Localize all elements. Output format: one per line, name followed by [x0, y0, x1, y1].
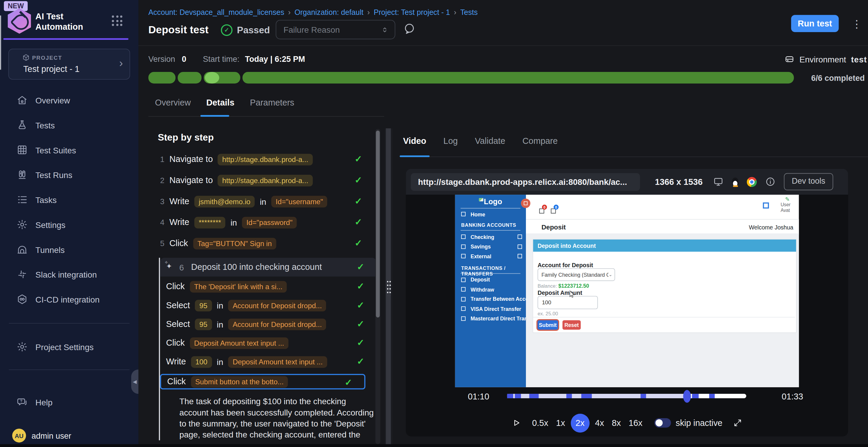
amount-input[interactable]: 100: [537, 296, 598, 309]
video-tab-compare[interactable]: Compare: [522, 136, 558, 146]
sidebar-item-label: Tunnels: [35, 245, 65, 254]
reset-button[interactable]: Reset: [562, 320, 581, 330]
bank-nav-mastercard-direct-transfer[interactable]: Mastercard Direct Transfer: [455, 314, 526, 322]
sidebar-item-project-settings[interactable]: Project Settings: [0, 339, 138, 355]
grid3-icon: [17, 144, 28, 156]
timeline-marker: [581, 394, 592, 398]
tasks-icon: [17, 194, 28, 205]
sidebar-item-test-suites[interactable]: Test Suites: [0, 141, 138, 158]
speed-8x[interactable]: 8x: [612, 418, 621, 428]
viewport-resolution: 1366 x 1536: [655, 177, 703, 187]
step-group-label: Deposit 100 into checking account: [191, 262, 322, 272]
gear-icon: [17, 219, 28, 230]
substep-row[interactable]: Write100inDeposit Amount text input ...✓: [160, 355, 377, 369]
apps-grid-icon[interactable]: [112, 15, 122, 26]
timeline-track[interactable]: [507, 394, 746, 398]
sidebar-item-slack-integration[interactable]: Slack integration: [0, 266, 138, 283]
substep-row-selected[interactable]: ClickSubmit button at the botto...✓: [160, 374, 365, 389]
timeline-thumb[interactable]: [683, 390, 691, 403]
step-action: Navigate to: [169, 175, 213, 185]
bank-content: Deposit into Account Account for Deposit…: [526, 233, 799, 387]
bank-nav-external[interactable]: External: [455, 252, 526, 260]
breadcrumb-link[interactable]: Account: Devspace_all_module_licenses: [149, 8, 284, 16]
speed-1x[interactable]: 1x: [556, 418, 565, 428]
sidebar-item-help[interactable]: ? Help: [0, 394, 138, 410]
sidebar-item-settings[interactable]: Settings: [0, 216, 138, 233]
sidebar-item-label: Tasks: [35, 195, 57, 204]
breadcrumb-link[interactable]: Tests: [460, 8, 478, 16]
comment-bubble-icon[interactable]: [403, 22, 416, 35]
failure-reason-select[interactable]: Failure Reason: [276, 20, 395, 39]
bank-nav-savings[interactable]: Savings: [455, 243, 526, 250]
sparkle-icon: ✦✧: [166, 262, 172, 270]
fullscreen-icon[interactable]: [733, 418, 742, 428]
kebab-menu-icon[interactable]: ⋮: [851, 18, 859, 31]
avatar[interactable]: AU: [12, 428, 26, 443]
sidebar-item-tunnels[interactable]: Tunnels: [0, 241, 138, 258]
url-display[interactable]: http://stage.dbank.prod-apps.relicx.ai:8…: [411, 173, 640, 191]
step-row[interactable]: 1 Navigate tohttp://stage.dbank.prod-a..…: [149, 153, 377, 166]
step-row[interactable]: 3 Writejsmith@demo.ioinId="username"✓: [149, 195, 377, 208]
mouse-cursor-icon: [568, 290, 576, 298]
sidebar-item-ci-cd-integration[interactable]: CI-CD integration: [0, 291, 138, 308]
step-value-chip: 95: [195, 318, 212, 330]
video-tab-video[interactable]: Video: [403, 136, 426, 146]
speed-2x[interactable]: 2x: [570, 413, 589, 432]
step-row[interactable]: 5 ClickTag="BUTTON" Sign in✓: [149, 237, 377, 250]
steps-scrollbar[interactable]: [375, 129, 380, 444]
dev-tools-button[interactable]: Dev tools: [784, 173, 833, 191]
bank-nav-transfer-between-accounts[interactable]: Transfer Between Accounts: [455, 295, 526, 303]
page-title: Deposit test: [149, 24, 209, 36]
play-icon[interactable]: [512, 418, 521, 428]
ai-step-group-header[interactable]: ✦✧ 6 Deposit 100 into checking account ✓: [160, 258, 377, 276]
balance-value: $1223712.50: [558, 283, 589, 288]
video-tab-validate[interactable]: Validate: [475, 136, 505, 146]
skip-inactive-toggle[interactable]: [654, 418, 671, 428]
breadcrumb-separator: ›: [454, 8, 456, 16]
chevron-updown-icon: [380, 25, 390, 34]
bank-logo: Logo: [455, 197, 526, 206]
substep-row[interactable]: ClickThe 'Deposit' link with a si...✓: [160, 280, 377, 294]
project-selector[interactable]: PROJECT Test project - 1 ›: [8, 49, 130, 80]
video-tab-log[interactable]: Log: [443, 136, 458, 146]
sidebar-collapse-handle[interactable]: ◀: [131, 370, 138, 394]
drive-icon: [784, 54, 794, 64]
bank-nav-deposit[interactable]: Deposit: [455, 276, 526, 283]
sidebar-item-tasks[interactable]: Tasks: [0, 192, 138, 208]
step-row[interactable]: 2 Navigate tohttp://stage.dbank.prod-a..…: [149, 174, 377, 187]
sidebar-item-test-runs[interactable]: Test Runs: [0, 166, 138, 183]
panel-splitter[interactable]: [384, 128, 392, 447]
substep-row[interactable]: Select95inAccount for Deposit dropd...✓: [160, 299, 377, 312]
speed-0.5x[interactable]: 0.5x: [532, 418, 549, 428]
sidebar-item-overview[interactable]: Overview: [0, 92, 138, 108]
info-icon[interactable]: [765, 176, 775, 187]
sidebar: NEW AI Test Automation PROJECT Test proj…: [0, 0, 138, 447]
svg-text:?: ?: [20, 399, 22, 403]
bank-nav-withdraw[interactable]: Withdraw: [455, 285, 526, 293]
tab-parameters[interactable]: Parameters: [250, 98, 294, 115]
step-value-chip: 100: [191, 356, 212, 368]
substep-row[interactable]: ClickDeposit Amount text input ...✓: [160, 337, 377, 350]
sidebar-item-label: Test Runs: [35, 170, 72, 179]
bank-title-band: Deposit Welcome Joshua: [526, 219, 799, 235]
submit-button[interactable]: Submit: [537, 320, 558, 330]
step-number: 4: [157, 218, 164, 227]
speed-4x[interactable]: 4x: [595, 418, 604, 428]
bank-nav-checking[interactable]: Checking: [455, 233, 526, 241]
sidebar-item-tests[interactable]: Tests: [0, 117, 138, 133]
speed-16x[interactable]: 16x: [628, 418, 643, 428]
divider: [9, 370, 130, 370]
step-row[interactable]: 4 Write********inId="password"✓: [149, 216, 377, 229]
run-test-button[interactable]: Run test: [791, 15, 839, 32]
step-value-chip: ********: [194, 217, 225, 228]
tab-overview[interactable]: Overview: [155, 98, 191, 115]
tab-details[interactable]: Details: [206, 98, 235, 115]
breadcrumb-link[interactable]: Project: Test project - 1: [374, 8, 450, 16]
bank-nav-visa-direct-transfer[interactable]: VISA Direct Transfer: [455, 305, 526, 312]
progress-segment: [242, 72, 794, 83]
box-icon: [22, 54, 30, 62]
account-select[interactable]: Family Checking (Standard Checking)⌄: [537, 268, 615, 281]
breadcrumb-link[interactable]: Organization: default: [294, 8, 364, 16]
substep-row[interactable]: Select95inAccount for Deposit dropd...✓: [160, 317, 377, 331]
bank-nav-home[interactable]: Home: [455, 210, 526, 218]
